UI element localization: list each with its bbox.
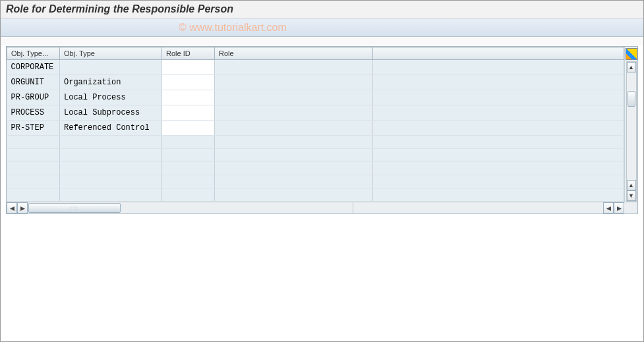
cell-filler bbox=[373, 121, 624, 136]
table-row[interactable] bbox=[7, 188, 624, 202]
cell-filler bbox=[373, 75, 624, 90]
cell-role[interactable] bbox=[215, 175, 373, 188]
vscroll-thumb[interactable] bbox=[628, 91, 635, 107]
cell-role-id[interactable] bbox=[162, 60, 215, 75]
col-header-obj-type[interactable]: Obj. Type bbox=[60, 47, 162, 60]
cell-obj-type[interactable] bbox=[60, 149, 162, 162]
cell-role[interactable] bbox=[215, 75, 373, 90]
cell-obj-type[interactable]: Organization bbox=[60, 75, 162, 90]
cell-filler bbox=[373, 188, 624, 202]
cell-filler bbox=[373, 60, 624, 75]
grid-right-gutter: ▲ ▲ ▼ bbox=[624, 47, 637, 202]
table-container: Obj. Type... Obj. Type Role ID Role CORP… bbox=[6, 46, 638, 214]
cell-role[interactable] bbox=[215, 121, 373, 136]
table-row[interactable] bbox=[7, 149, 624, 162]
cell-obj-type-code[interactable]: PROCESS bbox=[7, 105, 60, 121]
vertical-scrollbar[interactable]: ▲ ▲ ▼ bbox=[626, 61, 637, 202]
spacer bbox=[1, 37, 643, 45]
col-header-obj-type-code[interactable]: Obj. Type... bbox=[7, 47, 60, 60]
table-row[interactable] bbox=[7, 136, 624, 149]
cell-role-id[interactable] bbox=[162, 75, 215, 90]
cell-obj-type-code[interactable] bbox=[7, 175, 60, 188]
scroll-left-button[interactable]: ◀ bbox=[7, 202, 17, 214]
hscroll-gap bbox=[353, 202, 603, 214]
cell-role[interactable] bbox=[215, 60, 373, 75]
cell-obj-type-code[interactable] bbox=[7, 136, 60, 149]
table-row[interactable]: PR-STEPReferenced Control bbox=[7, 121, 624, 136]
vscroll-track[interactable] bbox=[627, 72, 636, 180]
cell-role[interactable] bbox=[215, 136, 373, 149]
cell-filler bbox=[373, 105, 624, 121]
table-row[interactable]: CORPORATE bbox=[7, 60, 624, 75]
cell-role-id[interactable] bbox=[162, 162, 215, 175]
cell-obj-type-code[interactable]: CORPORATE bbox=[7, 60, 60, 75]
data-grid[interactable]: Obj. Type... Obj. Type Role ID Role CORP… bbox=[7, 47, 624, 202]
cell-filler bbox=[373, 90, 624, 105]
cell-role[interactable] bbox=[215, 105, 373, 121]
horizontal-scrollbar[interactable]: ◀ ▶ ::: ◀ ▶ bbox=[7, 202, 637, 214]
cell-obj-type[interactable]: Referenced Control bbox=[60, 121, 162, 136]
table-settings-icon[interactable] bbox=[626, 48, 637, 60]
scroll-down-button[interactable]: ▼ bbox=[627, 190, 636, 201]
cell-role-id[interactable] bbox=[162, 90, 215, 105]
cell-role[interactable] bbox=[215, 90, 373, 105]
scroll-up-button[interactable]: ▲ bbox=[627, 62, 636, 72]
cell-filler bbox=[373, 175, 624, 188]
cell-role-id[interactable] bbox=[162, 136, 215, 149]
cell-filler bbox=[373, 136, 624, 149]
cell-obj-type-code[interactable]: PR-STEP bbox=[7, 121, 60, 136]
header-row: Obj. Type... Obj. Type Role ID Role bbox=[7, 47, 624, 60]
cell-obj-type[interactable]: Local Subprocess bbox=[60, 105, 162, 121]
scroll-left-button-2[interactable]: ◀ bbox=[603, 202, 614, 214]
cell-role[interactable] bbox=[215, 162, 373, 175]
col-header-role-id[interactable]: Role ID bbox=[162, 47, 215, 60]
scroll-right-button-2[interactable]: ▶ bbox=[614, 202, 624, 214]
cell-obj-type[interactable]: Local Process bbox=[60, 90, 162, 105]
table-row[interactable] bbox=[7, 175, 624, 188]
col-header-filler bbox=[373, 47, 624, 60]
cell-obj-type-code[interactable]: PR-GROUP bbox=[7, 90, 60, 105]
cell-obj-type-code[interactable]: ORGUNIT bbox=[7, 75, 60, 90]
toolbar bbox=[1, 18, 643, 37]
cell-obj-type[interactable] bbox=[60, 175, 162, 188]
table-row[interactable]: PR-GROUPLocal Process bbox=[7, 90, 624, 105]
cell-obj-type[interactable] bbox=[60, 136, 162, 149]
cell-obj-type[interactable] bbox=[60, 188, 162, 202]
cell-role-id[interactable] bbox=[162, 175, 215, 188]
cell-filler bbox=[373, 162, 624, 175]
cell-role[interactable] bbox=[215, 188, 373, 202]
table-row[interactable] bbox=[7, 162, 624, 175]
cell-obj-type[interactable] bbox=[60, 60, 162, 75]
cell-role-id[interactable] bbox=[162, 149, 215, 162]
cell-obj-type[interactable] bbox=[60, 162, 162, 175]
cell-role-id[interactable] bbox=[162, 105, 215, 121]
cell-role-id[interactable] bbox=[162, 121, 215, 136]
cell-obj-type-code[interactable] bbox=[7, 162, 60, 175]
table-row[interactable]: ORGUNITOrganization bbox=[7, 75, 624, 90]
cell-filler bbox=[373, 149, 624, 162]
table-row[interactable]: PROCESSLocal Subprocess bbox=[7, 105, 624, 121]
cell-obj-type-code[interactable] bbox=[7, 188, 60, 202]
cell-obj-type-code[interactable] bbox=[7, 149, 60, 162]
scroll-down-inner-up[interactable]: ▲ bbox=[627, 180, 636, 190]
scroll-right-button-1[interactable]: ▶ bbox=[17, 202, 28, 214]
col-header-role[interactable]: Role bbox=[215, 47, 373, 60]
page-title: Role for Determining the Responsible Per… bbox=[1, 1, 643, 18]
hscroll-thumb[interactable]: ::: bbox=[28, 203, 121, 213]
cell-role[interactable] bbox=[215, 149, 373, 162]
hscroll-corner bbox=[624, 202, 637, 214]
hscroll-track[interactable]: ::: bbox=[28, 202, 353, 214]
cell-role-id[interactable] bbox=[162, 188, 215, 202]
